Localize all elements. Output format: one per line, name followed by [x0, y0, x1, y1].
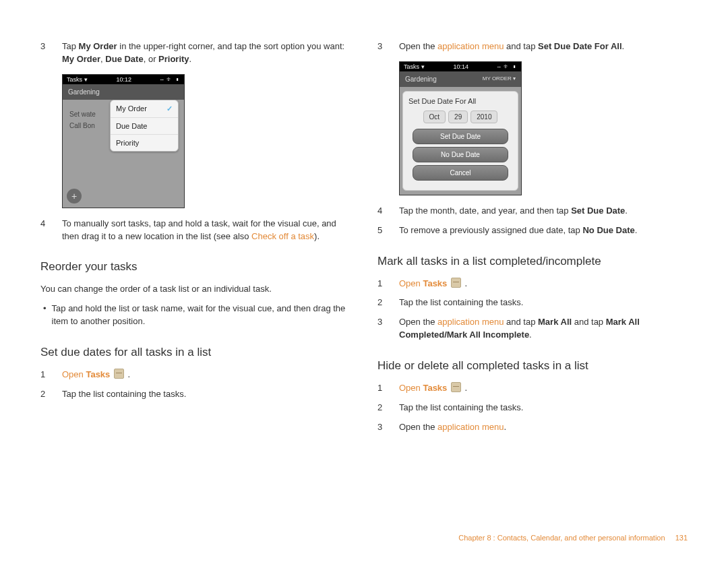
- reorder-intro: You can change the order of a task list …: [40, 283, 351, 296]
- sheet-title: Set Due Date For All: [408, 97, 512, 105]
- status-icons: ⋯ ᯤ ▮: [160, 76, 180, 83]
- phone-status-bar: Tasks ▾ 10:12 ⋯ ᯤ ▮: [63, 75, 184, 84]
- step-number: 2: [377, 402, 387, 414]
- label: Priority: [116, 139, 139, 147]
- left-column: 3 Tap My Order in the upper-right corner…: [40, 40, 351, 440]
- mark-step-2: 2 Tap the list containing the tasks.: [377, 296, 688, 309]
- bullet-text: Tap and hold the list or task name, wait…: [52, 303, 351, 328]
- year-segment[interactable]: 2010: [471, 111, 497, 123]
- text: and tap: [504, 317, 538, 327]
- link-open[interactable]: Open: [62, 369, 84, 379]
- step-number: 3: [377, 40, 387, 53]
- step-body: Tap the month, date, and year, and then …: [399, 205, 688, 218]
- text: , or: [144, 54, 158, 64]
- step-number: 3: [40, 40, 50, 66]
- no-due-date-button[interactable]: No Due Date: [413, 147, 508, 162]
- link-tasks[interactable]: Tasks: [86, 369, 110, 379]
- link-tasks[interactable]: Tasks: [423, 278, 447, 288]
- text: ).: [314, 231, 320, 241]
- text: Open the: [399, 41, 437, 51]
- list-title: Gardening: [68, 88, 100, 96]
- link-app-menu[interactable]: application menu: [437, 422, 504, 432]
- link-check-off-task[interactable]: Check off a task: [251, 231, 314, 241]
- right-step-3: 3 Open the application menu and tap Set …: [377, 40, 688, 53]
- bold: Due Date: [105, 54, 143, 64]
- page-content: 3 Tap My Order in the upper-right corner…: [0, 0, 728, 467]
- status-icons: ⋯ ᯤ ▮: [497, 63, 517, 70]
- text: .: [125, 369, 130, 379]
- text: .: [189, 54, 192, 64]
- link-tasks[interactable]: Tasks: [423, 383, 447, 393]
- step-number: 1: [377, 382, 387, 395]
- text: .: [622, 41, 625, 51]
- hide-step-1: 1 Open Tasks .: [377, 382, 688, 395]
- text: and tap: [504, 41, 538, 51]
- phone-topbar: Gardening MY ORDER ▾: [400, 71, 521, 87]
- phone-body: Set Due Date For All Oct 29 2010 Set Due…: [400, 87, 521, 195]
- right-step-4: 4 Tap the month, date, and year, and the…: [377, 205, 688, 218]
- step-body: Tap My Order in the upper-right corner, …: [62, 40, 351, 66]
- cancel-button[interactable]: Cancel: [413, 165, 508, 181]
- text: Tap: [62, 41, 79, 51]
- step-number: 1: [377, 278, 387, 290]
- step-body: To manually sort tasks, tap and hold a t…: [62, 218, 351, 243]
- step-body: Open Tasks .: [62, 369, 351, 381]
- step-body: Open the application menu and tap Mark A…: [399, 316, 688, 342]
- link-open[interactable]: Open: [399, 278, 421, 288]
- text: .: [462, 383, 467, 393]
- step-body: To remove a previously assigned due date…: [399, 224, 688, 237]
- step-body: Open the application menu and tap Set Du…: [399, 40, 688, 53]
- step-body: Tap the list containing the tasks.: [399, 296, 688, 309]
- set-due-date-button[interactable]: Set Due Date: [413, 129, 508, 144]
- step-body: Tap the list containing the tasks.: [62, 388, 351, 401]
- text: .: [635, 225, 638, 235]
- bold: Mark All: [538, 317, 572, 327]
- phone-body: Set wate Call Bon My Order✓ Due Date Pri…: [63, 100, 184, 208]
- step-number: 3: [377, 421, 387, 434]
- step-number: 4: [40, 218, 50, 243]
- text: in the upper-right corner, and tap the s…: [117, 41, 345, 51]
- text: .: [504, 422, 506, 432]
- phone-topbar: Gardening: [63, 84, 184, 100]
- text: and tap: [572, 317, 606, 327]
- text: Open the: [399, 317, 437, 327]
- link-open[interactable]: Open: [399, 383, 421, 393]
- popup-item-due-date[interactable]: Due Date: [111, 117, 178, 134]
- mark-step-3: 3 Open the application menu and tap Mark…: [377, 316, 688, 342]
- right-step-5: 5 To remove a previously assigned due da…: [377, 224, 688, 237]
- bold: My Order: [79, 41, 117, 51]
- step-number: 1: [40, 369, 50, 381]
- text: To remove a previously assigned due date…: [399, 225, 582, 235]
- reorder-bullet: Tap and hold the list or task name, wait…: [43, 303, 351, 328]
- link-app-menu[interactable]: application menu: [437, 317, 504, 327]
- heading-hide-delete: Hide or delete all completed tasks in a …: [377, 359, 688, 373]
- label: Due Date: [116, 122, 147, 130]
- day-segment[interactable]: 29: [448, 111, 468, 123]
- tasks-app-icon: [114, 369, 124, 379]
- step-body: Tap the list containing the tasks.: [399, 402, 688, 414]
- add-task-button[interactable]: +: [67, 189, 82, 204]
- due-date-sheet: Set Due Date For All Oct 29 2010 Set Due…: [402, 91, 518, 191]
- text: Open the: [399, 422, 437, 432]
- screenshot-sort-popup: Tasks ▾ 10:12 ⋯ ᯤ ▮ Gardening Set wate C…: [62, 74, 185, 208]
- app-name: Tasks ▾: [404, 63, 425, 70]
- sort-popup: My Order✓ Due Date Priority: [110, 100, 179, 152]
- step-number: 3: [377, 316, 387, 342]
- text: .: [529, 330, 532, 340]
- popup-item-my-order[interactable]: My Order✓: [111, 100, 178, 117]
- link-app-menu[interactable]: application menu: [437, 41, 504, 51]
- chapter-label: Chapter 8 : Contacts, Calendar, and othe…: [458, 534, 665, 542]
- popup-item-priority[interactable]: Priority: [111, 134, 178, 151]
- text: .: [625, 206, 628, 216]
- heading-mark-all: Mark all tasks in a list completed/incom…: [377, 255, 688, 268]
- page-number: 131: [675, 534, 688, 542]
- text: Tap the month, date, and year, and then …: [399, 206, 571, 216]
- phone-status-bar: Tasks ▾ 10:14 ⋯ ᯤ ▮: [400, 62, 521, 71]
- setdue-step-1: 1 Open Tasks .: [40, 369, 351, 381]
- hide-step-3: 3 Open the application menu.: [377, 421, 688, 434]
- month-segment[interactable]: Oct: [423, 111, 446, 123]
- step-number: 5: [377, 224, 387, 237]
- step-number: 2: [40, 388, 50, 401]
- bold: My Order: [62, 54, 100, 64]
- check-icon: ✓: [166, 104, 173, 113]
